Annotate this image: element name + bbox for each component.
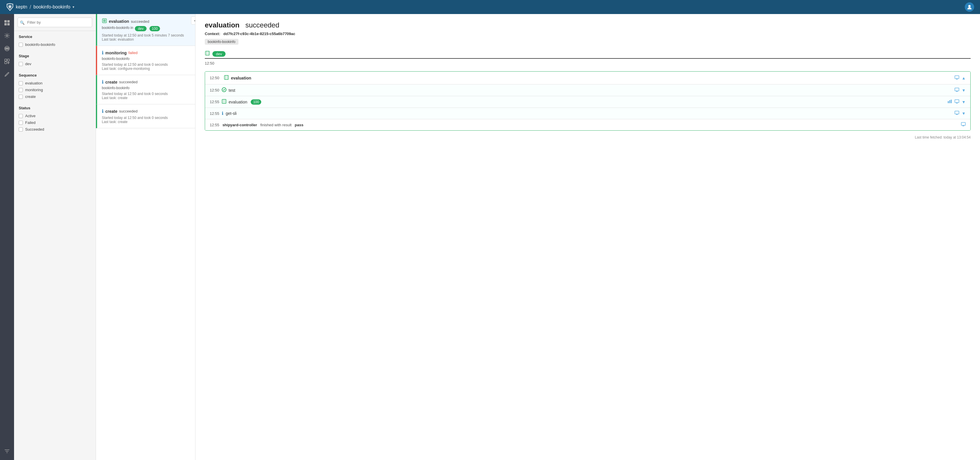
task-group-evaluation: 12:50 evaluation	[205, 71, 970, 131]
filter-item-failed[interactable]: Failed	[19, 119, 91, 126]
status-label-succeeded: Succeeded	[25, 127, 44, 132]
seq3-task: Last task: create	[102, 96, 191, 100]
header-left: keptn / bookinfo-bookinfo ▾	[6, 3, 74, 11]
subtask-evaluation-monitor-icon[interactable]	[955, 99, 959, 105]
subtask-test-expand-icon[interactable]: ▼	[962, 88, 966, 93]
extensions-icon[interactable]	[2, 56, 12, 67]
project-name[interactable]: bookinfo-bookinfo	[33, 5, 70, 10]
detail-title-status: succeeded	[245, 21, 279, 29]
settings-icon[interactable]	[2, 30, 12, 41]
filter-item-monitoring[interactable]: monitoring	[19, 87, 91, 93]
collapse-panel-button[interactable]: ◀	[191, 16, 196, 25]
subtask-get-sli-time: 12:55	[210, 111, 220, 116]
detail-title: evaluation succeeded	[205, 21, 970, 29]
stage-label-dev: dev	[25, 62, 31, 66]
filter-item-succeeded[interactable]: Succeeded	[19, 126, 91, 133]
subtask-test: 12:50 test	[205, 84, 970, 96]
subtask-evaluation-barchart-icon[interactable]	[948, 99, 952, 104]
seq4-time: Started today at 12:50 and took 0 second…	[102, 116, 191, 120]
filter-item-active[interactable]: Active	[19, 113, 91, 119]
timeline-line	[205, 58, 970, 59]
task-monitor-icon[interactable]	[955, 75, 959, 81]
edit-icon[interactable]	[2, 69, 12, 79]
sequence-list: ◀ evaluation succeeded bookinfo-bookinfo…	[96, 14, 196, 460]
svg-rect-47	[961, 122, 966, 125]
status-checkbox-succeeded[interactable]	[19, 127, 23, 132]
filter-item-create[interactable]: create	[19, 93, 91, 100]
subtask-get-sli-info-icon: ℹ	[222, 111, 223, 116]
user-avatar[interactable]	[965, 2, 974, 12]
create2-info-icon: ℹ	[102, 108, 103, 114]
main-layout: 🔍 Service bookinfo-bookinfo Stage dev Se…	[0, 14, 980, 460]
status-checkbox-failed[interactable]	[19, 121, 23, 125]
seq2-service: bookinfo-bookinfo	[102, 57, 191, 61]
create1-info-icon: ℹ	[102, 79, 103, 85]
project-dropdown-icon[interactable]: ▾	[73, 5, 74, 9]
subtask-get-sli-name: get-sli	[226, 111, 237, 116]
seq1-score-badge: 100	[150, 26, 160, 31]
search-icon: 🔍	[20, 20, 25, 25]
seq2-time: Started today at 12:50 and took 0 second…	[102, 63, 191, 67]
service-checkbox-bookinfo[interactable]	[19, 43, 23, 47]
seq2-status: failed	[129, 51, 137, 55]
subtask-get-sli-left: 12:55 ℹ get-sli	[210, 111, 237, 116]
subtask-get-sli-expand-icon[interactable]: ▼	[962, 111, 966, 116]
sequence-checkbox-evaluation[interactable]	[19, 81, 23, 85]
subtask-test-monitor-icon[interactable]	[955, 88, 959, 93]
svg-rect-7	[7, 23, 10, 25]
filter-item-dev[interactable]: dev	[19, 60, 91, 67]
svg-rect-28	[955, 76, 959, 79]
svg-rect-44	[955, 111, 959, 114]
detail-panel: evaluation succeeded Context: dd7fc27f-c…	[196, 14, 980, 460]
subtask-test-check-icon	[222, 87, 226, 93]
filter-item-evaluation[interactable]: evaluation	[19, 80, 91, 87]
evaluation-chip-icon	[102, 18, 107, 25]
sequence-checkbox-create[interactable]	[19, 95, 23, 99]
subtask-evaluation-left: 12:55 evaluation 100	[210, 99, 261, 105]
sequence-card-monitoring[interactable]: ℹ monitoring failed bookinfo-bookinfo St…	[96, 46, 195, 75]
timeline-time: 12:50	[205, 61, 970, 65]
svg-rect-13	[7, 59, 10, 61]
dashboard-icon[interactable]	[2, 17, 12, 28]
evaluation-timeline-chip-icon	[205, 51, 210, 57]
result-time: 12:55	[210, 123, 220, 127]
service-section-title: Service	[19, 35, 91, 39]
status-checkbox-active[interactable]	[19, 114, 23, 118]
task-group-header-evaluation[interactable]: 12:50 evaluation	[205, 71, 970, 84]
subtask-test-time: 12:50	[210, 88, 220, 92]
sequence-section-title: Sequence	[19, 73, 91, 78]
result-text: 12:55 shipyard-controller finished with …	[210, 123, 303, 127]
sequence-card-create2[interactable]: ℹ create succeeded Started today at 12:5…	[96, 104, 195, 128]
subtask-test-actions: ▼	[955, 88, 966, 93]
seq2-name: monitoring	[105, 51, 127, 55]
subtask-get-sli-monitor-icon[interactable]	[955, 111, 959, 116]
sequence-label-create: create	[25, 94, 36, 99]
search-input[interactable]	[18, 17, 92, 27]
seq4-name: create	[105, 109, 117, 114]
svg-rect-32	[955, 88, 959, 91]
timeline-stage-badge[interactable]: dev	[212, 51, 226, 57]
subtask-evaluation-expand-icon[interactable]: ▼	[962, 100, 966, 104]
stage-checkbox-dev[interactable]	[19, 62, 23, 66]
sequence-filter-section: Sequence evaluation monitoring create	[14, 70, 95, 102]
service-label-bookinfo: bookinfo-bookinfo	[25, 42, 55, 47]
status-label-active: Active	[25, 114, 35, 118]
result-monitor-icon[interactable]	[961, 122, 966, 127]
task-group-collapse-icon[interactable]: ▲	[962, 76, 966, 80]
sequence-card-create1[interactable]: ℹ create succeeded bookinfo-bookinfo Sta…	[96, 75, 195, 104]
sequence-card-evaluation[interactable]: evaluation succeeded bookinfo-bookinfo i…	[96, 14, 195, 46]
last-fetched: Last time fetched: today at 13:04:54	[205, 135, 970, 140]
filter-item-bookinfo[interactable]: bookinfo-bookinfo	[19, 41, 91, 48]
timeline-header: dev	[205, 51, 970, 57]
sequence-checkbox-monitoring[interactable]	[19, 88, 23, 92]
subtask-evaluation-actions: ▼	[948, 99, 966, 105]
task-group-title: evaluation	[231, 76, 251, 80]
filter-icon[interactable]	[2, 446, 12, 457]
seq1-stage-badge[interactable]: dev	[135, 26, 146, 31]
seq1-name: evaluation	[109, 19, 129, 24]
keptn-logo[interactable]: keptn	[6, 3, 27, 11]
integrations-icon[interactable]	[2, 43, 12, 54]
seq3-time: Started today at 12:50 and took 0 second…	[102, 92, 191, 96]
svg-rect-40	[951, 100, 951, 103]
detail-service-badge: bookinfo-bookinfo	[205, 39, 239, 45]
